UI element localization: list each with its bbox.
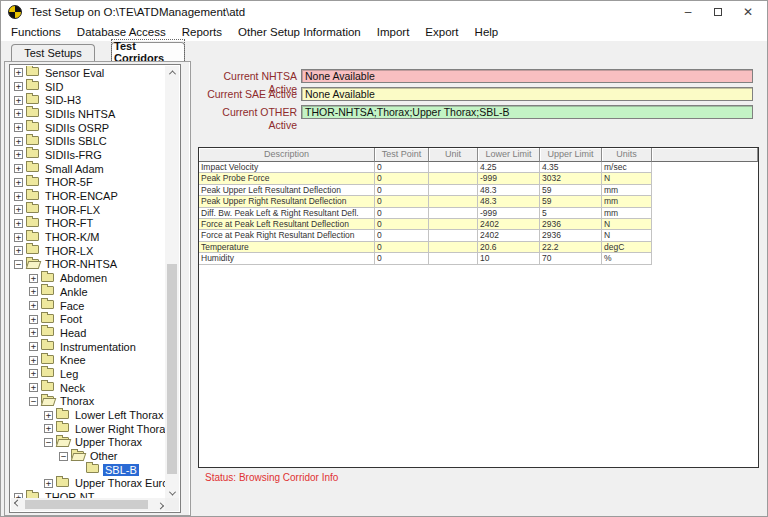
collapse-icon[interactable]: − — [14, 260, 23, 269]
vertical-scroll-thumb[interactable] — [167, 264, 177, 474]
grid-cell[interactable]: 48.3 — [478, 196, 540, 207]
tree-vertical-scrollbar[interactable] — [165, 66, 179, 500]
menu-item-help[interactable]: Help — [467, 23, 507, 41]
grid-cell[interactable]: 0 — [375, 230, 429, 241]
grid-cell[interactable]: Humidity — [199, 253, 375, 264]
expand-icon[interactable]: + — [29, 301, 38, 310]
grid-cell[interactable]: mm — [602, 196, 652, 207]
menu-item-export[interactable]: Export — [417, 23, 466, 41]
grid-cell[interactable]: 0 — [375, 219, 429, 230]
grid-cell[interactable]: 0 — [375, 162, 429, 173]
expand-icon[interactable]: + — [14, 205, 23, 214]
grid-cell[interactable]: Diff. Bw. Peak Left & Right Resultant De… — [199, 208, 375, 219]
grid-cell[interactable] — [429, 253, 478, 264]
grid-cell[interactable]: Force at Peak Right Resultant Deflection — [199, 230, 375, 241]
tree-item-ankle[interactable]: +Ankle — [10, 285, 166, 299]
grid-cell[interactable]: Force at Peak Left Resultant Deflection — [199, 219, 375, 230]
tree-item-sid-h3[interactable]: +SID-H3 — [10, 93, 166, 107]
grid-cell[interactable]: mm — [602, 208, 652, 219]
grid-cell[interactable]: 2936 — [540, 219, 602, 230]
grid-cell[interactable]: 22.2 — [540, 242, 602, 253]
expand-icon[interactable]: + — [44, 479, 53, 488]
tab-test-corridors[interactable]: Test Corridors — [111, 42, 185, 61]
tree-item-thor-encap[interactable]: +THOR-ENCAP — [10, 189, 166, 203]
grid-cell[interactable] — [429, 230, 478, 241]
collapse-icon[interactable]: − — [59, 452, 68, 461]
grid-cell[interactable] — [429, 242, 478, 253]
menu-item-database-access[interactable]: Database Access — [69, 23, 174, 41]
expand-icon[interactable]: + — [14, 82, 23, 91]
tree-item-sidiis-osrp[interactable]: +SIDIIs OSRP — [10, 121, 166, 135]
scroll-up-button[interactable] — [165, 66, 179, 79]
expand-icon[interactable]: + — [14, 150, 23, 159]
grid-cell[interactable] — [429, 208, 478, 219]
tree-item-face[interactable]: +Face — [10, 299, 166, 313]
current-nhtsa-active-field[interactable]: None Available — [301, 69, 753, 83]
expand-icon[interactable]: + — [29, 356, 38, 365]
tree-item-head[interactable]: +Head — [10, 326, 166, 340]
tree-item-instrumentation[interactable]: +Instrumentation — [10, 340, 166, 354]
tree-item-thor-5f[interactable]: +THOR-5F — [10, 176, 166, 190]
tree-item-small-adam[interactable]: +Small Adam — [10, 162, 166, 176]
grid-cell[interactable] — [429, 196, 478, 207]
grid-cell[interactable]: 2402 — [478, 230, 540, 241]
expand-icon[interactable]: + — [14, 219, 23, 228]
expand-icon[interactable]: + — [14, 123, 23, 132]
tree-item-leg[interactable]: +Leg — [10, 367, 166, 381]
scroll-left-button[interactable] — [11, 498, 24, 511]
grid-cell[interactable] — [429, 162, 478, 173]
grid-cell[interactable]: 10 — [478, 253, 540, 264]
grid-cell[interactable]: 0 — [375, 185, 429, 196]
tree-item-sbl-b[interactable]: SBL-B — [10, 463, 166, 477]
grid-cell[interactable]: 4.25 — [478, 162, 540, 173]
menu-item-import[interactable]: Import — [369, 23, 418, 41]
tree-item-upper-thorax[interactable]: −Upper Thorax — [10, 436, 166, 450]
expand-icon[interactable]: + — [29, 383, 38, 392]
expand-icon[interactable]: + — [14, 96, 23, 105]
tree-item-thor-ft[interactable]: +THOR-FT — [10, 217, 166, 231]
expand-icon[interactable]: + — [44, 411, 53, 420]
tab-test-setups[interactable]: Test Setups — [11, 44, 95, 61]
grid-cell[interactable]: % — [602, 253, 652, 264]
tree-item-sid[interactable]: +SID — [10, 80, 166, 94]
expand-icon[interactable]: + — [14, 137, 23, 146]
tree-item-thor-k-m[interactable]: +THOR-K/M — [10, 230, 166, 244]
maximize-button[interactable] — [703, 1, 733, 23]
grid-cell[interactable]: 0 — [375, 208, 429, 219]
tree-item-neck[interactable]: +Neck — [10, 381, 166, 395]
expand-icon[interactable]: + — [29, 315, 38, 324]
grid-cell[interactable] — [429, 219, 478, 230]
grid-cell[interactable]: N — [602, 173, 652, 184]
minimize-button[interactable]: – — [673, 1, 703, 23]
tree-item-thor-lx[interactable]: +THOR-LX — [10, 244, 166, 258]
grid-cell[interactable]: Peak Upper Left Resultant Deflection — [199, 185, 375, 196]
grid-cell[interactable]: N — [602, 230, 652, 241]
expand-icon[interactable]: + — [29, 274, 38, 283]
menu-item-functions[interactable]: Functions — [3, 23, 69, 41]
grid-cell[interactable]: 70 — [540, 253, 602, 264]
expand-icon[interactable]: + — [14, 178, 23, 187]
tree-item-sidiis-frg[interactable]: +SIDIIs-FRG — [10, 148, 166, 162]
grid-cell[interactable] — [429, 185, 478, 196]
grid-cell[interactable]: 4.35 — [540, 162, 602, 173]
tree-item-thor-flx[interactable]: +THOR-FLX — [10, 203, 166, 217]
menu-item-reports[interactable]: Reports — [174, 23, 230, 41]
collapse-icon[interactable]: − — [29, 397, 38, 406]
grid-cell[interactable]: 0 — [375, 196, 429, 207]
grid-cell[interactable]: degC — [602, 242, 652, 253]
tree-item-foot[interactable]: +Foot — [10, 312, 166, 326]
grid-cell[interactable]: 59 — [540, 185, 602, 196]
grid-cell[interactable]: 20.6 — [478, 242, 540, 253]
expand-icon[interactable]: + — [14, 246, 23, 255]
expand-icon[interactable]: + — [14, 68, 23, 77]
grid-cell[interactable]: 2402 — [478, 219, 540, 230]
grid-cell[interactable]: 0 — [375, 173, 429, 184]
grid-cell[interactable]: 59 — [540, 196, 602, 207]
grid-cell[interactable]: 2936 — [540, 230, 602, 241]
grid-cell[interactable]: mm — [602, 185, 652, 196]
tree-item-knee[interactable]: +Knee — [10, 353, 166, 367]
grid-cell[interactable]: m/sec — [602, 162, 652, 173]
tree-item-sidiis-nhtsa[interactable]: +SIDIIs NHTSA — [10, 107, 166, 121]
current-sae-active-field[interactable]: None Available — [301, 87, 753, 101]
expand-icon[interactable]: + — [14, 109, 23, 118]
